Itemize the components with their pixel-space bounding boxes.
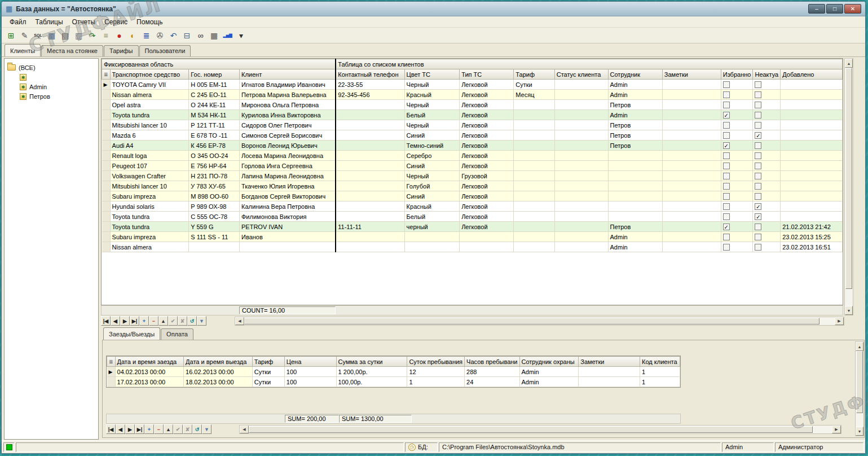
cell[interactable]: Hyundai solaris xyxy=(110,201,189,212)
cell[interactable] xyxy=(662,201,721,212)
cell[interactable] xyxy=(554,120,608,130)
cell[interactable]: 23.02.2013 15:25 xyxy=(781,232,843,242)
cell[interactable]: TOYOTA Camry VII xyxy=(110,80,189,90)
cell[interactable] xyxy=(514,212,554,222)
cell[interactable] xyxy=(514,161,554,171)
notes-icon[interactable]: ≡ xyxy=(99,29,112,42)
checkbox[interactable]: ✓ xyxy=(755,132,761,139)
cell[interactable] xyxy=(608,212,662,222)
column-header[interactable]: Код клиента xyxy=(640,357,680,367)
cell[interactable]: Audi A4 xyxy=(110,141,189,151)
cell-checkbox[interactable]: ✓ xyxy=(753,201,781,212)
sql-icon[interactable]: SQL xyxy=(32,29,45,42)
column-header[interactable]: Сумма за сутки xyxy=(336,357,407,367)
cell[interactable] xyxy=(336,171,404,181)
cell[interactable]: Грузовой xyxy=(460,171,514,181)
column-header[interactable]: Сотрудник охраны xyxy=(519,357,579,367)
cell[interactable]: 1 200,00р. xyxy=(336,367,407,377)
cell[interactable]: Subaru impreza xyxy=(110,232,189,242)
cell-checkbox[interactable] xyxy=(753,171,781,181)
cell-checkbox[interactable] xyxy=(753,222,781,232)
cell[interactable]: Toyota tundra xyxy=(110,212,189,222)
nav-refresh-button[interactable]: ↺ xyxy=(187,316,197,326)
nav-last-button[interactable]: ▶| xyxy=(130,316,139,326)
edit-record-icon[interactable]: ✎ xyxy=(18,29,31,42)
tab-4[interactable]: Пользователи xyxy=(139,45,191,56)
cell[interactable]: Mazda 6 xyxy=(110,130,189,141)
cell[interactable] xyxy=(514,242,554,252)
cell[interactable] xyxy=(554,181,608,191)
nav-edit-button[interactable]: ▲ xyxy=(158,316,168,326)
cell[interactable] xyxy=(554,212,608,222)
cell[interactable]: 22-33-55 xyxy=(336,80,404,90)
column-header[interactable]: Клиент xyxy=(240,69,336,80)
cell[interactable] xyxy=(608,191,662,201)
record-icon[interactable]: ● xyxy=(113,29,126,42)
cell-checkbox[interactable] xyxy=(721,171,753,181)
cell[interactable]: Легковой xyxy=(460,181,514,191)
cell[interactable]: Петров xyxy=(608,130,662,141)
cell[interactable]: PETROV IVAN xyxy=(240,222,336,232)
cell-checkbox[interactable] xyxy=(721,100,753,110)
cell[interactable]: Миронова Ольга Петровна xyxy=(240,100,336,110)
cell[interactable]: Легковой xyxy=(460,161,514,171)
cell[interactable]: Admin xyxy=(519,377,579,387)
scrollbar-thumb[interactable] xyxy=(856,351,863,413)
menu-item[interactable]: Сервис xyxy=(100,17,132,27)
cell[interactable]: У 783 ХУ-65 xyxy=(189,181,240,191)
cell[interactable]: Toyota tundra xyxy=(110,110,189,120)
cell[interactable]: Subaru impreza xyxy=(110,191,189,201)
cell[interactable]: Петров xyxy=(608,222,662,232)
nav-insert-button[interactable]: + xyxy=(144,424,154,434)
tree-item[interactable]: Петров xyxy=(7,91,95,101)
cell[interactable]: С 555 ОС-78 xyxy=(189,212,240,222)
cell[interactable] xyxy=(554,90,608,100)
cell[interactable]: Петров xyxy=(608,100,662,110)
cell[interactable]: Mitsubishi lancer 10 xyxy=(110,120,189,130)
grid-options-icon[interactable]: ≣ xyxy=(107,357,116,367)
cell[interactable] xyxy=(579,377,640,387)
nav-next-button[interactable]: ▶ xyxy=(120,316,130,326)
cell[interactable] xyxy=(781,181,843,191)
cell[interactable]: С 245 ЕО-11 xyxy=(189,90,240,100)
cell[interactable]: Серебро xyxy=(404,151,460,161)
detail-vertical-scrollbar[interactable]: ▲ ▼ xyxy=(855,341,864,436)
nav-delete-button[interactable]: − xyxy=(149,316,158,326)
cell[interactable]: 288 xyxy=(465,367,519,377)
grid-options-icon[interactable]: ≣ xyxy=(102,69,111,80)
cell[interactable]: 16.02.2013 00:00 xyxy=(184,367,253,377)
export-icon[interactable]: ↷ xyxy=(86,29,99,42)
table-row[interactable]: Toyota tundraМ 534 НК-11Курилова Инна Ви… xyxy=(102,110,843,120)
menu-item[interactable]: Помощь xyxy=(132,17,167,27)
checkbox[interactable] xyxy=(723,81,730,88)
checkbox[interactable] xyxy=(723,173,730,179)
checkbox[interactable] xyxy=(723,152,730,159)
table-row[interactable]: Mitsubishi lancer 10Р 121 ТТ-11Сидоров О… xyxy=(102,120,843,130)
cell[interactable]: Admin xyxy=(608,232,662,242)
cell[interactable] xyxy=(554,80,608,90)
cell[interactable] xyxy=(554,242,608,252)
cell-checkbox[interactable]: ✓ xyxy=(753,212,781,222)
cell[interactable] xyxy=(662,212,721,222)
cell[interactable] xyxy=(404,242,460,252)
cell[interactable] xyxy=(662,191,721,201)
cell[interactable] xyxy=(781,120,843,130)
cell[interactable]: Admin xyxy=(608,110,662,120)
cell[interactable]: Синий xyxy=(404,161,460,171)
checkbox[interactable] xyxy=(755,112,761,119)
cell[interactable] xyxy=(554,191,608,201)
cell[interactable] xyxy=(514,171,554,181)
cell-checkbox[interactable] xyxy=(753,242,781,252)
cell[interactable] xyxy=(781,201,843,212)
table-row[interactable]: Subaru imprezaS 111 SS - 11ИвановAdmin23… xyxy=(102,232,843,242)
cell[interactable] xyxy=(336,100,404,110)
scroll-right-icon[interactable]: ▶ xyxy=(835,317,844,325)
nav-first-button[interactable]: |◀ xyxy=(101,316,111,326)
nav-delete-button[interactable]: − xyxy=(154,424,164,434)
column-header[interactable]: Цвет ТС xyxy=(404,69,460,80)
nav-cancel-button[interactable]: ✘ xyxy=(178,316,187,326)
cell[interactable]: 24 xyxy=(465,377,519,387)
cell-checkbox[interactable] xyxy=(721,151,753,161)
cell[interactable]: 100 xyxy=(284,367,336,377)
table-row[interactable]: Volkswagen CrafterН 231 ПО-78Лапина Мари… xyxy=(102,171,843,181)
